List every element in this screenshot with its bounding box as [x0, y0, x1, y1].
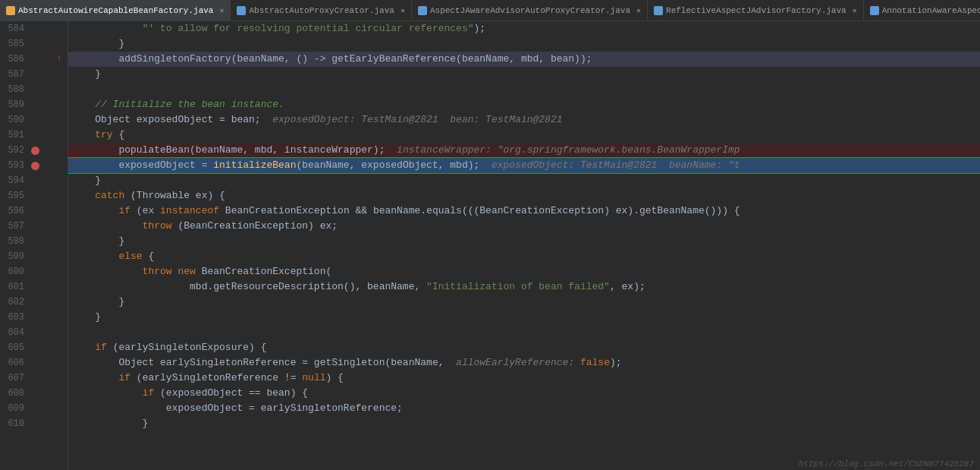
tab-bar: AbstractAutowireCapableBeanFactory.java … [0, 0, 980, 21]
gutter-row-598: 598 [0, 234, 68, 249]
line-num-594: 594 [0, 175, 29, 186]
line-num-595: 595 [0, 191, 29, 201]
code-line-594: } [68, 173, 980, 188]
code-lines: "' to allow for resolving potential circ… [68, 21, 980, 431]
tab-close-3[interactable]: ✕ [853, 6, 857, 15]
code-line-586: addSingletonFactory(beanName, () -> getE… [68, 52, 980, 67]
code-content-605: if (earlySingletonExposure) { [68, 340, 266, 355]
code-content-610: } [68, 416, 148, 431]
line-num-592: 592 [0, 145, 29, 156]
gutter: 584 585 586 ↑ 587 588 589 [0, 21, 68, 470]
tab-reflective[interactable]: ReflectiveAspectJAdvisorFactory.java ✕ [648, 0, 864, 21]
code-content-607: if (earlySingletonReference != null) { [68, 371, 344, 386]
tab-icon-blue-1 [237, 6, 246, 15]
line-num-593: 593 [0, 160, 29, 171]
tab-close-2[interactable]: ✕ [636, 6, 641, 15]
gutter-row-585: 585 [0, 36, 68, 52]
line-num-597: 597 [0, 221, 29, 232]
code-line-584: "' to allow for resolving potential circ… [68, 21, 980, 36]
line-num-600: 600 [0, 267, 29, 277]
gutter-row-595: 595 [0, 188, 68, 203]
tab-annotationaware[interactable]: AnnotationAwareAspectJAutoProxyCreator.j… [864, 0, 980, 21]
code-line-602: } [68, 295, 980, 310]
code-content-602: } [68, 295, 124, 310]
line-num-588: 588 [0, 84, 29, 95]
code-content-608: if (exposedObject == bean) { [68, 386, 308, 401]
tab-close-0[interactable]: ✕ [219, 6, 224, 15]
code-content-587: } [68, 67, 101, 82]
gutter-row-602: 602 [0, 295, 68, 310]
code-content-609: exposedObject = earlySingletonReference; [68, 401, 403, 416]
code-content-600: throw new BeanCreationException( [68, 264, 331, 279]
line-num-606: 606 [0, 358, 29, 368]
code-content-603: } [68, 310, 101, 325]
gutter-row-599: 599 [0, 249, 68, 264]
code-content-596: if (ex instanceof BeanCreationException … [68, 203, 740, 219]
code-content-599: else { [68, 249, 154, 264]
line-num-598: 598 [0, 236, 29, 247]
gutter-row-609: 609 [0, 401, 68, 416]
tab-close-1[interactable]: ✕ [400, 6, 405, 15]
code-line-593: exposedObject = initializeBean(beanName,… [68, 158, 980, 173]
editor: 584 585 586 ↑ 587 588 589 [0, 21, 980, 470]
code-line-610: } [68, 416, 980, 431]
gutter-row-591: 591 [0, 128, 68, 143]
breakpoint-dot-593 [31, 162, 39, 170]
watermark: https://blog.csdn.net/CSDN877425287 [799, 459, 974, 468]
line-num-585: 585 [0, 39, 29, 49]
tab-icon-blue-2 [418, 6, 427, 15]
tab-label-0: AbstractAutowireCapableBeanFactory.java [18, 6, 213, 15]
gutter-row-588: 588 [0, 82, 68, 97]
bp-593[interactable] [29, 162, 41, 170]
gutter-row-594: 594 [0, 173, 68, 188]
code-content-597: throw (BeanCreationException) ex; [68, 219, 338, 234]
breakpoint-dot-592 [31, 147, 39, 155]
code-line-595: catch (Throwable ex) { [68, 188, 980, 203]
code-line-606: Object earlySingletonReference = getSing… [68, 355, 980, 371]
tab-aspectjaware[interactable]: AspectJAwareAdvisorAutoProxyCreator.java… [412, 0, 648, 21]
tab-label-3: ReflectiveAspectJAdvisorFactory.java [666, 6, 847, 15]
code-line-601: mbd.getResourceDescription(), beanName, … [68, 279, 980, 295]
gutter-row-608: 608 [0, 386, 68, 401]
code-content-592: populateBean(beanName, mbd, instanceWrap… [68, 143, 740, 158]
code-line-587: } [68, 67, 980, 82]
code-content-595: catch (Throwable ex) { [68, 188, 225, 203]
code-line-607: if (earlySingletonReference != null) { [68, 371, 980, 386]
tab-label-2: AspectJAwareAdvisorAutoProxyCreator.java [430, 6, 630, 15]
code-line-590: Object exposedObject = bean; exposedObje… [68, 112, 980, 128]
gutter-row-603: 603 [0, 310, 68, 325]
line-num-602: 602 [0, 297, 29, 308]
line-num-603: 603 [0, 312, 29, 323]
code-line-604 [68, 325, 980, 340]
line-num-584: 584 [0, 24, 29, 34]
line-num-609: 609 [0, 403, 29, 414]
line-num-599: 599 [0, 251, 29, 262]
gutter-row-584: 584 [0, 21, 68, 36]
line-num-596: 596 [0, 206, 29, 216]
tab-abstractautowire[interactable]: AbstractAutowireCapableBeanFactory.java … [0, 0, 231, 21]
line-num-604: 604 [0, 327, 29, 338]
tab-icon-blue-4 [870, 6, 879, 15]
gutter-row-610: 610 [0, 416, 68, 431]
code-line-599: else { [68, 249, 980, 264]
tab-icon-blue-3 [654, 6, 663, 15]
code-content-586: addSingletonFactory(beanName, () -> getE… [68, 52, 592, 67]
gutter-row-600: 600 [0, 264, 68, 279]
code-line-609: exposedObject = earlySingletonReference; [68, 401, 980, 416]
bookmark-586: ↑ [53, 54, 65, 65]
tab-abstractautoproxy[interactable]: AbstractAutoProxyCreator.java ✕ [231, 0, 411, 21]
code-content-601: mbd.getResourceDescription(), beanName, … [68, 279, 645, 295]
bp-592[interactable] [29, 147, 41, 155]
code-content-590: Object exposedObject = bean; exposedObje… [68, 112, 563, 128]
gutter-row-592: 592 [0, 143, 68, 158]
code-area[interactable]: "' to allow for resolving potential circ… [68, 21, 980, 470]
code-line-588 [68, 82, 980, 97]
line-num-587: 587 [0, 69, 29, 80]
line-num-601: 601 [0, 282, 29, 292]
code-line-600: throw new BeanCreationException( [68, 264, 980, 279]
gutter-row-589: 589 [0, 97, 68, 112]
tab-label-1: AbstractAutoProxyCreator.java [249, 6, 394, 15]
gutter-row-587: 587 [0, 67, 68, 82]
gutter-row-607: 607 [0, 371, 68, 386]
line-num-590: 590 [0, 115, 29, 125]
